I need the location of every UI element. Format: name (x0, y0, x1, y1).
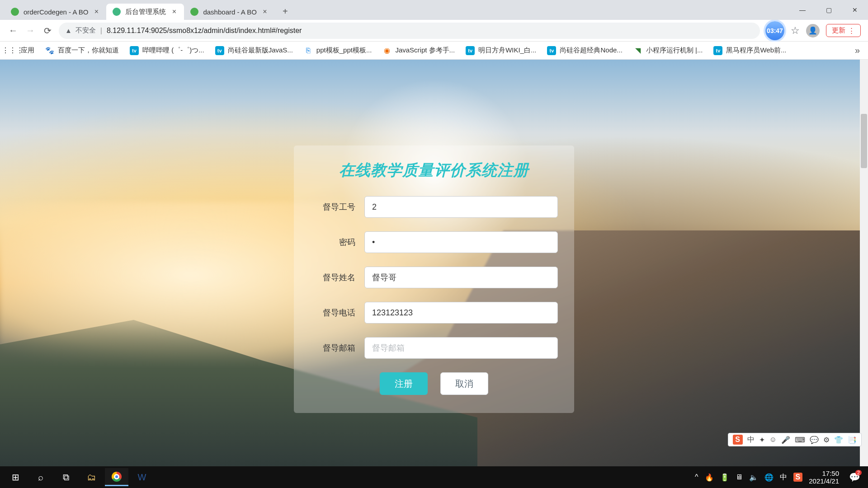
bili-icon: tv (215, 46, 224, 55)
tab-favicon (190, 8, 198, 16)
back-button[interactable]: ← (7, 25, 19, 37)
minimize-button[interactable]: — (789, 0, 816, 20)
clock-date: 2021/4/21 (809, 477, 839, 485)
tab-0[interactable]: orderCodegen - A BO × (5, 4, 106, 20)
bookmark-label: 黑马程序员Web前... (726, 46, 786, 55)
label-phone: 督导电话 (310, 307, 364, 318)
password-input[interactable] (364, 231, 558, 253)
notification-badge: 2 (855, 470, 862, 475)
tray-icon[interactable]: 🔥 (705, 473, 714, 482)
insecure-label: 不安全 (75, 26, 96, 35)
ime-item[interactable]: 👕 (834, 436, 843, 444)
chrome-icon (112, 472, 122, 482)
bookmark-star-icon[interactable]: ☆ (791, 25, 800, 37)
bookmark-label: 小程序运行机制 |... (646, 46, 703, 55)
close-icon[interactable]: × (261, 8, 269, 16)
phone-input[interactable] (364, 302, 558, 324)
bookmark-item[interactable]: ⎘ppt模板_ppt模板... (304, 46, 372, 55)
tab-1[interactable]: 后台管理系统 × (106, 4, 184, 20)
label-name: 督导姓名 (310, 272, 364, 283)
name-input[interactable] (364, 267, 558, 288)
vertical-scrollbar[interactable] (860, 60, 868, 466)
kebab-icon: ⋮ (848, 27, 855, 35)
page-viewport: 在线教学质量评价系统注册 督导工号 密码 督导姓名 督导电话 督导邮箱 (0, 60, 868, 466)
update-label: 更新 (832, 26, 845, 35)
tray-overflow-icon[interactable]: ^ (695, 473, 698, 481)
doc-icon: ⎘ (304, 46, 313, 55)
forward-button[interactable]: → (24, 25, 36, 37)
close-window-button[interactable]: ✕ (842, 0, 868, 20)
bookmark-item[interactable]: tv哔哩哔哩 (゜-゜)つ... (130, 46, 204, 55)
cancel-button[interactable]: 取消 (440, 372, 488, 395)
chrome-taskbar-button[interactable] (105, 468, 128, 486)
page-title: 在线教学质量评价系统注册 (310, 160, 558, 181)
new-tab-button[interactable]: + (278, 5, 292, 18)
bili-icon: tv (466, 46, 475, 55)
ime-item[interactable]: ☺ (769, 436, 777, 444)
submit-button[interactable]: 注册 (380, 372, 428, 395)
address-bar[interactable]: ▲ 不安全 | 8.129.11.174:9025/ssmo8x1z/admin… (59, 23, 760, 39)
bili-icon: tv (130, 46, 139, 55)
ime-item[interactable]: 💬 (810, 436, 819, 444)
windows-taskbar: ⊞ ⌕ ⧉ 🗂 W ^ 🔥 🔋 🖥 🔈 🌐 中 S 17:50 2021/4/2… (0, 466, 868, 488)
word-taskbar-button[interactable]: W (130, 468, 154, 486)
task-view-button[interactable]: ⧉ (54, 468, 78, 486)
ime-item[interactable]: ⌨ (795, 436, 805, 444)
js-icon: ◉ (382, 46, 392, 55)
network-icon[interactable]: 🌐 (764, 473, 774, 482)
tab-title: dashboard - A BO (203, 8, 256, 16)
start-button[interactable]: ⊞ (4, 468, 27, 486)
tab-2[interactable]: dashboard - A BO × (184, 4, 274, 20)
bookmark-item[interactable]: tv尚硅谷超经典Node... (547, 46, 622, 55)
bookmarks-bar: ⋮⋮⋮ 应用 🐾百度一下，你就知道 tv哔哩哔哩 (゜-゜)つ... tv尚硅谷… (0, 42, 868, 60)
profile-badge[interactable]: 03:47 (765, 21, 784, 40)
display-icon[interactable]: 🖥 (736, 473, 743, 481)
search-button[interactable]: ⌕ (29, 468, 52, 486)
label-email: 督导邮箱 (310, 343, 364, 353)
bookmark-item[interactable]: tv尚硅谷最新版JavaS... (215, 46, 293, 55)
warning-icon: ▲ (65, 27, 72, 34)
window-controls: — ▢ ✕ (789, 0, 868, 20)
apps-button[interactable]: ⋮⋮⋮ 应用 (8, 46, 34, 55)
label-password: 密码 (310, 237, 364, 248)
apps-label: 应用 (21, 46, 34, 55)
ime-item[interactable]: ✦ (759, 436, 765, 444)
insecure-badge: ▲ 不安全 (65, 26, 96, 35)
file-explorer-button[interactable]: 🗂 (80, 468, 103, 486)
close-icon[interactable]: × (170, 8, 178, 16)
ime-item[interactable]: ⚙ (823, 436, 830, 444)
browser-tabstrip: orderCodegen - A BO × 后台管理系统 × dashboard… (0, 0, 868, 20)
reload-button[interactable]: ⟳ (42, 25, 53, 37)
ime-toolbar[interactable]: S 中 ✦ ☺ 🎤 ⌨ 💬 ⚙ 👕 📑 (728, 433, 862, 446)
id-input[interactable] (364, 196, 558, 218)
email-input[interactable] (364, 337, 558, 359)
bookmark-item[interactable]: tv明日方舟WIKI_白... (466, 46, 536, 55)
maximize-button[interactable]: ▢ (816, 0, 842, 20)
update-button[interactable]: 更新 ⋮ (826, 24, 861, 37)
sogou-logo-icon: S (733, 435, 743, 445)
volume-icon[interactable]: 🔈 (749, 473, 758, 482)
system-tray: ^ 🔥 🔋 🖥 🔈 🌐 中 S 17:50 2021/4/21 💬 2 (695, 466, 863, 488)
ime-item[interactable]: 📑 (848, 436, 857, 444)
bookmarks-overflow-icon[interactable]: » (855, 45, 860, 56)
sogou-tray-icon[interactable]: S (793, 473, 803, 482)
bookmark-item[interactable]: tv黑马程序员Web前... (713, 46, 786, 55)
bookmark-item[interactable]: 🐾百度一下，你就知道 (45, 46, 119, 55)
bookmark-item[interactable]: ◥小程序运行机制 |... (633, 46, 703, 55)
taskbar-clock[interactable]: 17:50 2021/4/21 (809, 469, 839, 485)
scrollbar-thumb[interactable] (861, 114, 867, 168)
ime-item[interactable]: 🎤 (781, 436, 790, 444)
register-card: 在线教学质量评价系统注册 督导工号 密码 督导姓名 督导电话 督导邮箱 (294, 145, 574, 413)
battery-icon[interactable]: 🔋 (720, 473, 729, 482)
separator: | (100, 27, 102, 35)
ime-indicator[interactable]: 中 (780, 473, 787, 482)
bookmark-label: 百度一下，你就知道 (58, 46, 119, 55)
bili-icon: tv (547, 46, 556, 55)
tab-favicon (113, 8, 121, 16)
bookmark-item[interactable]: ◉JavaScript 参考手... (382, 46, 455, 55)
close-icon[interactable]: × (93, 8, 100, 16)
action-center-button[interactable]: 💬 2 (845, 468, 863, 486)
profile-avatar-icon[interactable]: 👤 (806, 24, 820, 38)
ime-item[interactable]: 中 (747, 435, 755, 445)
bookmark-label: 尚硅谷超经典Node... (560, 46, 622, 55)
